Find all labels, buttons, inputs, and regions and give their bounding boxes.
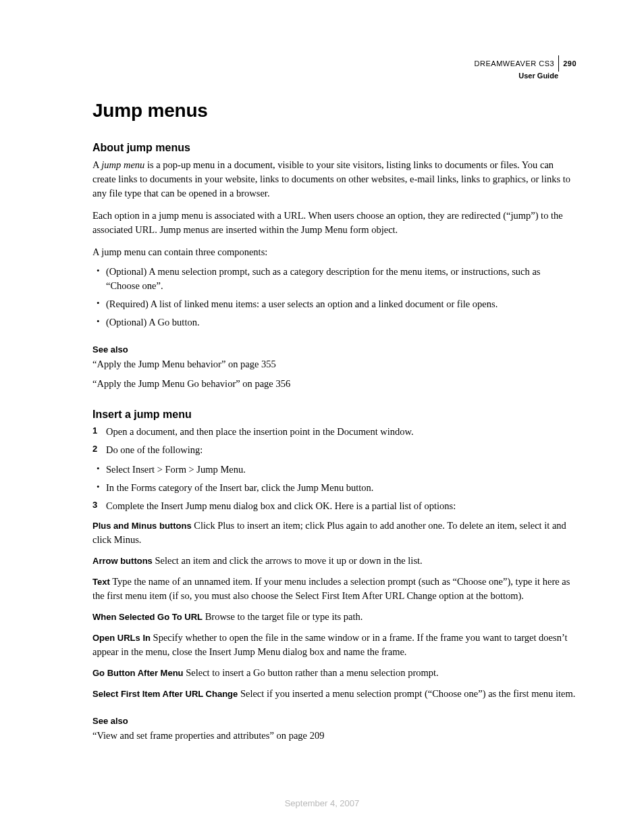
definition-text: Select if you inserted a menu selection … (238, 688, 575, 699)
term-jump-menu: jump menu (101, 159, 144, 170)
insert-steps: 1Open a document, and then place the ins… (92, 425, 576, 457)
header-subtitle: User Guide (475, 71, 558, 80)
content: Jump menus About jump menus A jump menu … (92, 100, 576, 743)
about-paragraph-2: Each option in a jump menu is associated… (92, 209, 576, 237)
step-number: 3 (92, 499, 97, 512)
definition-text: Browse to the target file or type its pa… (203, 611, 363, 622)
list-item: Select Insert > Form > Jump Menu. (92, 463, 576, 477)
step-item: 3Complete the Insert Jump menu dialog bo… (92, 499, 576, 513)
definition-term: Go Button After Menu (92, 668, 184, 678)
step-item: 1Open a document, and then place the ins… (92, 425, 576, 439)
definition-term: Text (92, 577, 110, 587)
header-separator (558, 55, 559, 72)
text-fragment: A (92, 159, 101, 170)
definition-item: Plus and Minus buttons Click Plus to ins… (92, 519, 576, 547)
definition-item: Go Button After Menu Select to insert a … (92, 666, 576, 680)
about-paragraph-3: A jump menu can contain three components… (92, 245, 576, 259)
see-also-link: “Apply the Jump Menu behavior” on page 3… (92, 357, 576, 371)
header-product: DREAMWEAVER CS3 (475, 59, 555, 68)
about-bullet-list: (Optional) A menu selection prompt, such… (92, 265, 576, 330)
definition-item: Arrow buttons Select an item and click t… (92, 554, 576, 568)
list-item: (Optional) A menu selection prompt, such… (92, 265, 576, 293)
step-text: Open a document, and then place the inse… (106, 426, 414, 437)
definition-item: Select First Item After URL Change Selec… (92, 687, 576, 701)
definition-term: Plus and Minus buttons (92, 521, 192, 531)
chapter-title: Jump menus (92, 100, 576, 122)
list-item: In the Forms category of the Insert bar,… (92, 481, 576, 495)
section-insert-title: Insert a jump menu (92, 409, 576, 421)
definition-term: Arrow buttons (92, 556, 153, 566)
definition-text: Select an item and click the arrows to m… (153, 555, 423, 566)
see-also-title-1: See also (92, 344, 576, 355)
see-also-link: “View and set frame properties and attri… (92, 729, 576, 743)
see-also-link: “Apply the Jump Menu Go behavior” on pag… (92, 377, 576, 391)
definition-item: When Selected Go To URL Browse to the ta… (92, 610, 576, 624)
definition-text: Specify whether to open the file in the … (92, 632, 568, 657)
about-paragraph-1: A jump menu is a pop-up menu in a docume… (92, 158, 576, 201)
list-item: (Optional) A Go button. (92, 315, 576, 330)
definition-item: Open URLs In Specify whether to open the… (92, 631, 576, 659)
step-text: Do one of the following: (106, 444, 203, 455)
definition-term: When Selected Go To URL (92, 612, 203, 622)
step-text: Complete the Insert Jump menu dialog box… (106, 500, 456, 511)
step-number: 1 (92, 425, 97, 438)
step2-sub-bullets: Select Insert > Form > Jump Menu. In the… (92, 463, 576, 495)
page: DREAMWEAVER CS3 290 User Guide Jump menu… (0, 0, 644, 834)
running-header: DREAMWEAVER CS3 290 User Guide (475, 55, 576, 80)
definition-item: Text Type the name of an unnamed item. I… (92, 575, 576, 603)
step-item: 2Do one of the following: (92, 443, 576, 457)
header-page-number: 290 (563, 59, 576, 68)
text-fragment: is a pop-up menu in a document, visible … (92, 159, 570, 199)
definition-text: Select to insert a Go button rather than… (184, 667, 439, 678)
step-number: 2 (92, 443, 97, 456)
footer-date: September 4, 2007 (0, 798, 644, 808)
list-item: (Required) A list of linked menu items: … (92, 297, 576, 311)
definition-term: Select First Item After URL Change (92, 689, 238, 699)
insert-steps-cont: 3Complete the Insert Jump menu dialog bo… (92, 499, 576, 513)
definition-text: Type the name of an unnamed item. If you… (92, 576, 570, 601)
definition-term: Open URLs In (92, 633, 151, 643)
see-also-title-2: See also (92, 716, 576, 726)
section-about-title: About jump menus (92, 142, 576, 154)
